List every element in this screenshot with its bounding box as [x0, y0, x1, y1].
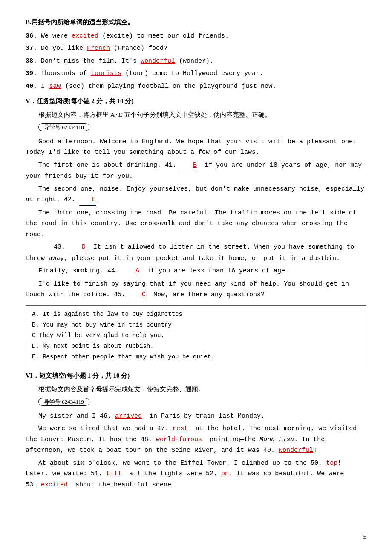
answer-48: world-famous — [156, 436, 202, 443]
section-vi-instruction: 根据短文内容及首字母提示完成短文，使短文完整、通顺。 — [38, 384, 366, 395]
option-b: B. You may not buy wine in this country — [32, 320, 360, 330]
answer-47: rest — [173, 425, 188, 432]
option-c: C They will be very glad to help you. — [32, 330, 360, 341]
answer-52: on — [221, 470, 229, 477]
item-39-text-before: Thousands of — [41, 70, 91, 77]
section-vi-title: VI．短文填空(每小题 1 分，共 10 分) — [26, 370, 366, 382]
item-38: 38. Don't miss the film. It's wonderful … — [26, 56, 366, 67]
para-vi-2: We were so tired that we had a 47. rest … — [26, 423, 366, 456]
item-37-text-after: (France) food? — [110, 45, 167, 52]
item-39-text-after: (tour) come to Hollywood every year. — [121, 70, 263, 77]
item-40-text-after: (see) them playing football on the playg… — [61, 83, 276, 90]
item-38-answer: wonderful — [141, 56, 175, 67]
para-vi-3: At about six o'clock, we went to the Eif… — [26, 458, 366, 491]
para-v-2: The first one is about drinking. 41. B i… — [26, 160, 366, 182]
item-39-number: 39. — [26, 70, 37, 77]
para-v-7: I'd like to finish by saying that if you… — [26, 279, 366, 301]
item-38-text-after: (wonder). — [175, 58, 213, 65]
item-39-answer: tourists — [91, 68, 121, 79]
item-36-text-before: We were — [41, 32, 72, 40]
section-v-title: V．任务型阅读(每小题 2 分，共 10 分) — [26, 96, 366, 107]
item-36: 36. We were excited (excite) to meet our… — [26, 31, 366, 42]
option-d: D. My next point is about rubbish. — [32, 341, 360, 352]
answer-42: E — [79, 194, 96, 206]
para-v-4: The third one, crossing the road. Be car… — [26, 208, 366, 240]
page-number: 5 — [363, 532, 367, 543]
item-40-text-before: I — [41, 83, 49, 90]
answer-45: C — [129, 289, 146, 301]
section-v: V．任务型阅读(每小题 2 分，共 10 分) 根据短文内容，将方框里 A~E … — [26, 96, 366, 366]
option-e: E. Respect other people that may wish yo… — [32, 352, 360, 362]
answer-46: arrived — [115, 413, 142, 420]
answer-41: B — [180, 160, 197, 171]
item-38-number: 38. — [26, 58, 37, 65]
options-box: A. It is against the law to buy cigarett… — [26, 305, 366, 367]
guide-box-v: 导学号 62434118 — [38, 123, 89, 131]
item-36-answer: excited — [72, 31, 98, 42]
answer-43: D — [69, 242, 86, 253]
item-37: 37. Do you like French (France) food? — [26, 43, 366, 54]
section-b: B.用括号内所给单词的适当形式填空。 36. We were excited (… — [26, 17, 366, 92]
answer-53: excited — [41, 481, 68, 489]
section-vi-guide: 导学号 62434119 — [38, 396, 366, 408]
item-37-text-before: Do you like — [41, 45, 87, 52]
section-vi: VI．短文填空(每小题 1 分，共 10 分) 根据短文内容及首字母提示完成短文… — [26, 370, 366, 490]
para-v-3: The second one, noise. Enjoy yourselves,… — [26, 184, 366, 206]
item-36-text-after: (excite) to meet our old friends. — [98, 32, 229, 40]
item-40-answer: saw — [49, 81, 61, 92]
item-38-text-before: Don't miss the film. It's — [41, 58, 141, 65]
section-v-guide: 导学号 62434118 — [38, 122, 366, 133]
answer-49: wonderful — [279, 447, 313, 454]
section-b-title: B.用括号内所给单词的适当形式填空。 — [26, 17, 366, 28]
answer-51: till — [106, 470, 121, 477]
para-vi-1: My sister and I 46. arrived in Paris by … — [26, 411, 366, 422]
para-v-5: 43. D It isn't allowed to litter in the … — [26, 242, 366, 264]
item-37-answer: French — [87, 43, 110, 54]
item-37-number: 37. — [26, 45, 37, 52]
item-40-number: 40. — [26, 83, 37, 90]
answer-44: A — [123, 266, 139, 277]
para-v-1: Good afternoon. Welcome to England. We h… — [26, 136, 366, 158]
item-40: 40. I saw (see) them playing football on… — [26, 81, 366, 92]
para-v-6: Finally, smoking. 44. A if you are less … — [26, 266, 366, 277]
answer-50: top — [326, 460, 337, 467]
item-39: 39. Thousands of tourists (tour) come to… — [26, 68, 366, 79]
guide-box-vi: 导学号 62434119 — [38, 398, 89, 406]
section-v-instruction: 根据短文内容，将方框里 A~E 五个句子分别填入文中空缺处，使内容完整、正确。 — [38, 110, 366, 121]
item-36-number: 36. — [26, 32, 37, 40]
option-a: A. It is against the law to buy cigarett… — [32, 309, 360, 320]
